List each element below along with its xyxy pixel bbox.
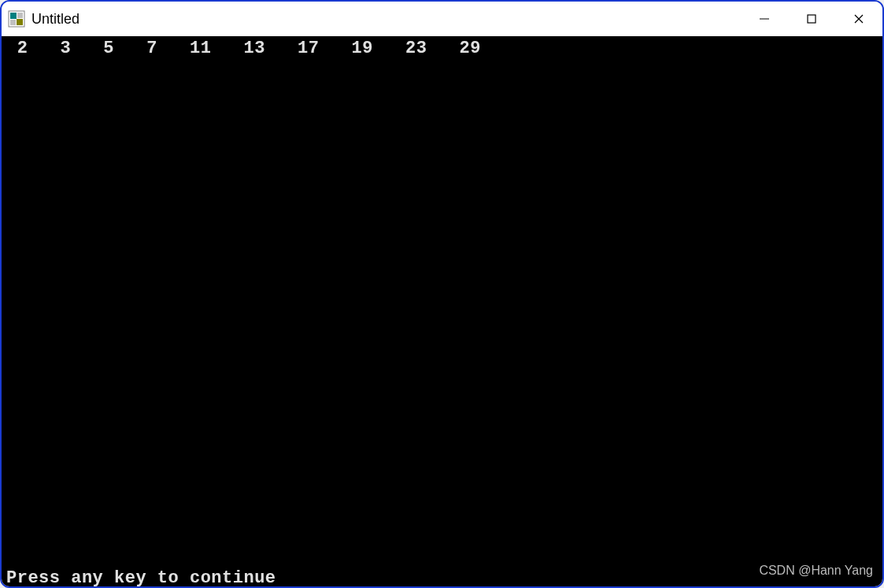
watermark: CSDN @Hann Yang <box>759 561 873 580</box>
console-prompt: Press any key to continue <box>6 569 878 588</box>
minimize-button[interactable] <box>741 2 788 36</box>
window-title: Untitled <box>31 11 741 28</box>
window-controls <box>741 2 882 36</box>
svg-rect-4 <box>17 19 23 25</box>
console-area[interactable]: 2 3 5 7 11 13 17 19 23 29 Press any key … <box>2 36 882 586</box>
svg-rect-2 <box>17 13 23 18</box>
svg-rect-1 <box>10 13 17 19</box>
titlebar[interactable]: Untitled <box>2 2 882 36</box>
close-button[interactable] <box>835 2 882 36</box>
svg-rect-6 <box>808 15 816 23</box>
window-icon <box>8 10 25 28</box>
console-spacer <box>6 58 878 569</box>
svg-rect-3 <box>10 20 16 25</box>
maximize-button[interactable] <box>788 2 835 36</box>
application-window: Untitled 2 3 5 7 11 13 17 19 23 29 Press… <box>0 0 884 588</box>
console-output: 2 3 5 7 11 13 17 19 23 29 <box>6 39 878 58</box>
